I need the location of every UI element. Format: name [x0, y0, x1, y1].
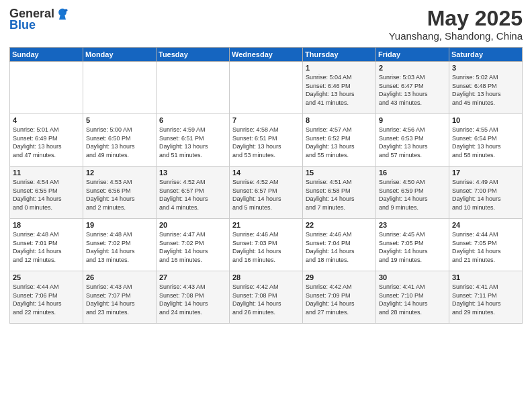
col-monday: Monday: [83, 48, 157, 62]
day-number: 18: [13, 221, 80, 229]
calendar-cell: 11Sunrise: 4:54 AM Sunset: 6:55 PM Dayli…: [10, 167, 83, 219]
calendar-table: Sunday Monday Tuesday Wednesday Thursday…: [9, 47, 523, 324]
calendar-cell: 3Sunrise: 5:02 AM Sunset: 6:48 PM Daylig…: [449, 62, 523, 114]
calendar-cell: 2Sunrise: 5:03 AM Sunset: 6:47 PM Daylig…: [376, 62, 449, 114]
logo: General Blue: [9, 7, 69, 32]
calendar-cell: [230, 62, 303, 114]
calendar-cell: 19Sunrise: 4:48 AM Sunset: 7:02 PM Dayli…: [83, 219, 157, 271]
day-number: 8: [306, 116, 373, 124]
day-info: Sunrise: 4:56 AM Sunset: 6:53 PM Dayligh…: [379, 126, 446, 159]
day-info: Sunrise: 4:55 AM Sunset: 6:54 PM Dayligh…: [452, 126, 519, 159]
page-container: General Blue May 2025 Yuanshang, Shandon…: [0, 0, 532, 411]
day-info: Sunrise: 4:58 AM Sunset: 6:51 PM Dayligh…: [232, 126, 300, 159]
calendar-cell: 20Sunrise: 4:47 AM Sunset: 7:02 PM Dayli…: [157, 219, 230, 271]
logo-bird-icon: [56, 7, 69, 21]
day-number: 23: [379, 221, 446, 229]
header-row: Sunday Monday Tuesday Wednesday Thursday…: [10, 48, 523, 62]
day-number: 1: [306, 64, 373, 72]
day-number: 2: [379, 64, 446, 72]
calendar-cell: 28Sunrise: 4:42 AM Sunset: 7:08 PM Dayli…: [230, 271, 303, 324]
day-number: 17: [452, 169, 519, 177]
day-info: Sunrise: 4:48 AM Sunset: 7:01 PM Dayligh…: [13, 230, 80, 264]
day-info: Sunrise: 5:03 AM Sunset: 6:47 PM Dayligh…: [379, 73, 446, 107]
calendar-cell: 12Sunrise: 4:53 AM Sunset: 6:56 PM Dayli…: [83, 167, 157, 219]
title-section: May 2025 Yuanshang, Shandong, China: [389, 7, 523, 42]
day-number: 27: [159, 273, 226, 281]
day-info: Sunrise: 4:46 AM Sunset: 7:03 PM Dayligh…: [232, 230, 300, 264]
day-info: Sunrise: 4:44 AM Sunset: 7:06 PM Dayligh…: [13, 283, 80, 316]
day-number: 9: [379, 116, 446, 124]
calendar-cell: 15Sunrise: 4:51 AM Sunset: 6:58 PM Dayli…: [303, 167, 376, 219]
calendar-cell: 16Sunrise: 4:50 AM Sunset: 6:59 PM Dayli…: [376, 167, 449, 219]
day-number: 11: [13, 169, 80, 177]
calendar-cell: 8Sunrise: 4:57 AM Sunset: 6:52 PM Daylig…: [303, 114, 376, 167]
calendar-cell: 6Sunrise: 4:59 AM Sunset: 6:51 PM Daylig…: [157, 114, 230, 167]
day-info: Sunrise: 4:47 AM Sunset: 7:02 PM Dayligh…: [159, 230, 226, 264]
week-row-3: 11Sunrise: 4:54 AM Sunset: 6:55 PM Dayli…: [10, 167, 523, 219]
day-info: Sunrise: 4:53 AM Sunset: 6:56 PM Dayligh…: [86, 178, 153, 212]
calendar-cell: 1Sunrise: 5:04 AM Sunset: 6:46 PM Daylig…: [303, 62, 376, 114]
day-info: Sunrise: 4:45 AM Sunset: 7:05 PM Dayligh…: [379, 230, 446, 264]
calendar-cell: 14Sunrise: 4:52 AM Sunset: 6:57 PM Dayli…: [230, 167, 303, 219]
calendar-cell: 4Sunrise: 5:01 AM Sunset: 6:49 PM Daylig…: [10, 114, 83, 167]
location-title: Yuanshang, Shandong, China: [389, 30, 523, 42]
calendar-cell: 22Sunrise: 4:46 AM Sunset: 7:04 PM Dayli…: [303, 219, 376, 271]
day-info: Sunrise: 4:43 AM Sunset: 7:08 PM Dayligh…: [159, 283, 226, 316]
day-number: 24: [452, 221, 519, 229]
calendar-cell: 5Sunrise: 5:00 AM Sunset: 6:50 PM Daylig…: [83, 114, 157, 167]
day-number: 13: [159, 169, 226, 177]
day-number: 21: [232, 221, 300, 229]
day-number: 29: [306, 273, 373, 281]
day-info: Sunrise: 4:42 AM Sunset: 7:08 PM Dayligh…: [232, 283, 300, 316]
day-number: 31: [452, 273, 519, 281]
day-number: 20: [159, 221, 226, 229]
calendar-cell: 7Sunrise: 4:58 AM Sunset: 6:51 PM Daylig…: [230, 114, 303, 167]
calendar-cell: 31Sunrise: 4:41 AM Sunset: 7:11 PM Dayli…: [449, 271, 523, 324]
col-sunday: Sunday: [10, 48, 83, 62]
calendar-cell: 17Sunrise: 4:49 AM Sunset: 7:00 PM Dayli…: [449, 167, 523, 219]
day-info: Sunrise: 4:41 AM Sunset: 7:10 PM Dayligh…: [379, 283, 446, 316]
week-row-1: 1Sunrise: 5:04 AM Sunset: 6:46 PM Daylig…: [10, 62, 523, 114]
calendar-cell: 26Sunrise: 4:43 AM Sunset: 7:07 PM Dayli…: [83, 271, 157, 324]
day-number: 5: [86, 116, 153, 124]
day-info: Sunrise: 4:48 AM Sunset: 7:02 PM Dayligh…: [86, 230, 153, 264]
day-info: Sunrise: 5:04 AM Sunset: 6:46 PM Dayligh…: [306, 73, 373, 107]
calendar-cell: [83, 62, 157, 114]
col-thursday: Thursday: [303, 48, 376, 62]
day-info: Sunrise: 4:42 AM Sunset: 7:09 PM Dayligh…: [306, 283, 373, 316]
calendar-cell: 24Sunrise: 4:44 AM Sunset: 7:05 PM Dayli…: [449, 219, 523, 271]
day-info: Sunrise: 4:59 AM Sunset: 6:51 PM Dayligh…: [159, 126, 226, 159]
day-number: 10: [452, 116, 519, 124]
day-number: 19: [86, 221, 153, 229]
day-info: Sunrise: 5:00 AM Sunset: 6:50 PM Dayligh…: [86, 126, 153, 159]
day-info: Sunrise: 4:41 AM Sunset: 7:11 PM Dayligh…: [452, 283, 519, 316]
day-number: 6: [159, 116, 226, 124]
logo-blue: Blue: [9, 18, 36, 32]
week-row-4: 18Sunrise: 4:48 AM Sunset: 7:01 PM Dayli…: [10, 219, 523, 271]
day-info: Sunrise: 4:46 AM Sunset: 7:04 PM Dayligh…: [306, 230, 373, 264]
calendar-cell: [10, 62, 83, 114]
week-row-5: 25Sunrise: 4:44 AM Sunset: 7:06 PM Dayli…: [10, 271, 523, 324]
day-number: 16: [379, 169, 446, 177]
day-info: Sunrise: 4:50 AM Sunset: 6:59 PM Dayligh…: [379, 178, 446, 212]
day-info: Sunrise: 5:02 AM Sunset: 6:48 PM Dayligh…: [452, 73, 519, 107]
col-saturday: Saturday: [449, 48, 523, 62]
day-number: 22: [306, 221, 373, 229]
day-info: Sunrise: 4:49 AM Sunset: 7:00 PM Dayligh…: [452, 178, 519, 212]
day-info: Sunrise: 4:44 AM Sunset: 7:05 PM Dayligh…: [452, 230, 519, 264]
calendar-cell: 23Sunrise: 4:45 AM Sunset: 7:05 PM Dayli…: [376, 219, 449, 271]
header: General Blue May 2025 Yuanshang, Shandon…: [9, 7, 523, 42]
day-info: Sunrise: 4:51 AM Sunset: 6:58 PM Dayligh…: [306, 178, 373, 212]
calendar-cell: [157, 62, 230, 114]
day-number: 12: [86, 169, 153, 177]
calendar-cell: 18Sunrise: 4:48 AM Sunset: 7:01 PM Dayli…: [10, 219, 83, 271]
day-info: Sunrise: 4:52 AM Sunset: 6:57 PM Dayligh…: [159, 178, 226, 212]
calendar-cell: 30Sunrise: 4:41 AM Sunset: 7:10 PM Dayli…: [376, 271, 449, 324]
day-number: 26: [86, 273, 153, 281]
calendar-cell: 9Sunrise: 4:56 AM Sunset: 6:53 PM Daylig…: [376, 114, 449, 167]
day-number: 7: [232, 116, 300, 124]
day-number: 25: [13, 273, 80, 281]
day-info: Sunrise: 4:57 AM Sunset: 6:52 PM Dayligh…: [306, 126, 373, 159]
day-info: Sunrise: 5:01 AM Sunset: 6:49 PM Dayligh…: [13, 126, 80, 159]
day-number: 28: [232, 273, 300, 281]
